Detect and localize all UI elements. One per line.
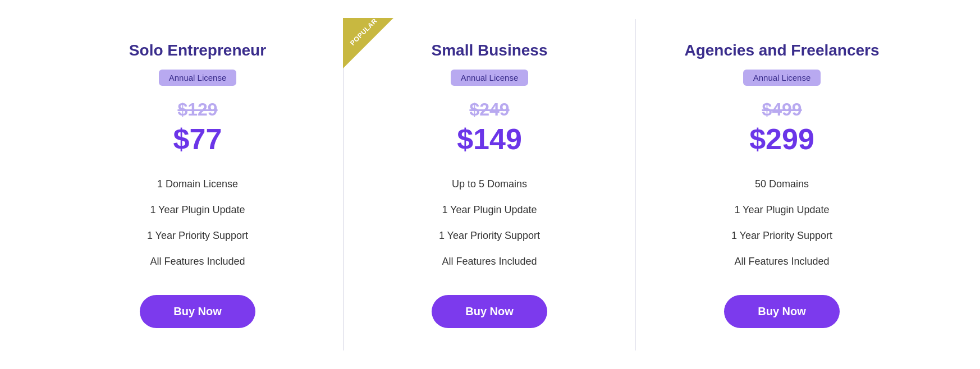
sale-price: $299: [749, 122, 814, 156]
buy-now-button[interactable]: Buy Now: [432, 295, 547, 328]
feature-item: 50 Domains: [664, 172, 900, 197]
sale-price: $149: [457, 122, 522, 156]
card-title: Agencies and Freelancers: [684, 41, 879, 59]
license-badge: Annual License: [743, 70, 821, 86]
original-price: $249: [469, 99, 509, 120]
feature-item: 1 Domain License: [80, 172, 315, 197]
feature-item: 1 Year Priority Support: [664, 223, 900, 249]
original-price: $499: [762, 99, 802, 120]
buy-now-button[interactable]: Buy Now: [140, 295, 255, 328]
feature-item: All Features Included: [664, 249, 900, 275]
original-price: $129: [177, 99, 217, 120]
feature-item: 1 Year Priority Support: [80, 223, 315, 249]
pricing-card-small-business: POPULAR Small Business Annual License $2…: [344, 19, 636, 350]
pricing-card-solo: Solo Entrepreneur Annual License $129 $7…: [52, 19, 344, 350]
feature-item: 1 Year Priority Support: [372, 223, 607, 249]
license-badge: Annual License: [159, 70, 237, 86]
feature-item: 1 Year Plugin Update: [664, 197, 900, 223]
sale-price: $77: [173, 122, 222, 156]
features-list: 1 Domain License 1 Year Plugin Update 1 …: [80, 172, 315, 275]
feature-item: Up to 5 Domains: [372, 172, 607, 197]
popular-badge-text: POPULAR: [343, 18, 384, 53]
buy-now-button[interactable]: Buy Now: [724, 295, 840, 328]
popular-badge: POPULAR: [343, 18, 393, 68]
pricing-container: Solo Entrepreneur Annual License $129 $7…: [0, 8, 980, 362]
feature-item: 1 Year Plugin Update: [372, 197, 607, 223]
card-title: Small Business: [432, 41, 548, 59]
pricing-card-agencies: Agencies and Freelancers Annual License …: [636, 19, 928, 350]
license-badge: Annual License: [451, 70, 529, 86]
card-title: Solo Entrepreneur: [129, 41, 266, 59]
feature-item: All Features Included: [372, 249, 607, 275]
feature-item: All Features Included: [80, 249, 315, 275]
features-list: Up to 5 Domains 1 Year Plugin Update 1 Y…: [372, 172, 607, 275]
feature-item: 1 Year Plugin Update: [80, 197, 315, 223]
features-list: 50 Domains 1 Year Plugin Update 1 Year P…: [664, 172, 900, 275]
